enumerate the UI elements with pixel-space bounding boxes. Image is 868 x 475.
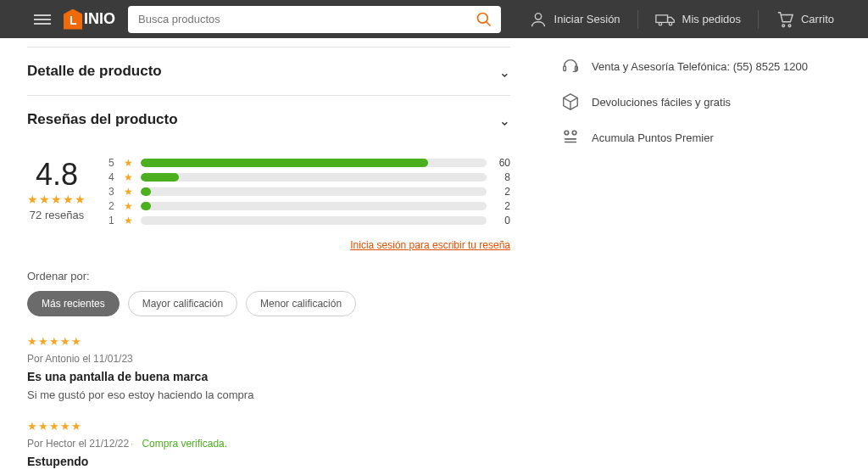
left-column: Detalle de producto ⌃ Reseñas del produc… (27, 47, 510, 475)
search-wrap (128, 6, 501, 33)
login-to-review-link[interactable]: Inicia sesión para escribir tu reseña (350, 239, 510, 251)
sort-options: Más recientesMayor calificaciónMenor cal… (27, 291, 510, 316)
review-summary: 4.8 ★★★★★ 72 reseñas 5★604★83★22★21★0 (27, 143, 510, 234)
review-meta: Por Antonio el 11/01/23 (27, 353, 510, 365)
rating-bar-row: 4★8 (108, 171, 510, 183)
rating-distribution: 5★604★83★22★21★0 (108, 157, 510, 229)
verified-badge: Compra verificada. (142, 438, 227, 450)
average-rating: 4.8 ★★★★★ 72 reseñas (27, 157, 86, 229)
reviews-list: ★★★★★ Por Antonio el 11/01/23 Es una pan… (27, 335, 510, 475)
benefit-text: Venta y Asesoría Telefónica: (55) 8525 1… (592, 60, 808, 73)
rating-bar-row: 2★2 (108, 200, 510, 212)
section-title: Reseñas del producto (27, 111, 178, 128)
svg-point-10 (565, 131, 569, 135)
star-icon: ★ (124, 186, 134, 198)
main-content: Detalle de producto ⌃ Reseñas del produc… (0, 38, 868, 475)
menu-icon[interactable] (34, 14, 51, 25)
headset-icon (561, 57, 580, 75)
chevron-down-icon: ⌃ (499, 112, 510, 128)
bar-count: 0 (493, 215, 510, 226)
review-count: 72 reseñas (27, 209, 86, 221)
cart-icon (776, 10, 794, 29)
bar-count: 60 (493, 157, 510, 169)
benefit-phone: Venta y Asesoría Telefónica: (55) 8525 1… (561, 57, 841, 75)
bar-track (141, 159, 487, 167)
logo-text: INIO (84, 10, 115, 28)
login-link[interactable]: Iniciar Sesión (529, 10, 620, 29)
bar-star-num: 2 (108, 200, 117, 212)
truck-icon (655, 11, 676, 28)
rating-bar-row: 3★2 (108, 186, 510, 198)
review-body: Si me gustó por eso estoy haciendo la co… (27, 388, 510, 401)
sort-pill[interactable]: Más recientes (27, 291, 120, 316)
bar-count: 2 (493, 200, 510, 212)
user-icon (529, 10, 548, 29)
bar-track (141, 173, 487, 182)
rating-bar-row: 1★0 (108, 215, 510, 226)
bar-fill (141, 173, 179, 182)
bar-track (141, 216, 487, 225)
right-column: Venta y Asesoría Telefónica: (55) 8525 1… (561, 47, 841, 475)
review-title: Estupendo (27, 455, 510, 468)
section-title: Detalle de producto (27, 63, 162, 80)
separator (637, 10, 638, 29)
bar-star-num: 1 (108, 215, 117, 226)
benefit-text: Devoluciones fáciles y gratis (592, 96, 731, 109)
search-icon[interactable] (476, 11, 492, 28)
benefit-points: Acumula Puntos Premier (561, 128, 841, 147)
search-input[interactable] (128, 6, 501, 33)
star-icon: ★ (124, 200, 134, 212)
bar-star-num: 3 (108, 186, 117, 198)
svg-rect-8 (564, 66, 566, 71)
svg-point-6 (782, 24, 785, 26)
bar-count: 8 (493, 171, 510, 183)
points-icon (561, 128, 580, 147)
review-item: ★★★★★ Por Antonio el 11/01/23 Es una pan… (27, 335, 510, 401)
svg-point-0 (478, 13, 488, 23)
svg-point-11 (572, 131, 576, 135)
star-icon: ★ (124, 157, 134, 169)
bar-track (141, 187, 487, 196)
review-title: Es una pantalla de buena marca (27, 370, 510, 383)
rating-bar-row: 5★60 (108, 157, 510, 169)
product-detail-toggle[interactable]: Detalle de producto ⌃ (27, 48, 510, 96)
review-meta: Por Hector el 21/12/22·Compra verificada… (27, 438, 510, 450)
review-stars: ★★★★★ (27, 335, 510, 348)
svg-point-4 (659, 22, 661, 25)
svg-rect-3 (655, 14, 667, 22)
benefit-text: Acumula Puntos Premier (592, 131, 714, 144)
site-header: L INIO Iniciar Sesión Mis pedidos Carrit… (0, 0, 868, 38)
star-icon: ★ (124, 171, 134, 183)
bar-star-num: 5 (108, 157, 117, 169)
review-item: ★★★★★ Por Hector el 21/12/22·Compra veri… (27, 420, 510, 475)
sort-pill[interactable]: Menor calificación (246, 291, 356, 316)
orders-link[interactable]: Mis pedidos (655, 11, 741, 28)
review-stars: ★★★★★ (27, 420, 510, 433)
svg-point-7 (788, 24, 791, 26)
svg-point-2 (535, 13, 541, 19)
reviews-toggle[interactable]: Reseñas del producto ⌃ (27, 96, 510, 143)
write-review-prompt: Inicia sesión para escribir tu reseña (27, 239, 510, 251)
header-links: Iniciar Sesión Mis pedidos Carrito (529, 10, 834, 29)
bar-count: 2 (493, 186, 510, 198)
separator (758, 10, 759, 29)
logo[interactable]: L INIO (64, 9, 115, 30)
svg-line-1 (487, 21, 491, 25)
bar-star-num: 4 (108, 171, 117, 183)
chevron-down-icon: ⌃ (499, 64, 510, 80)
bar-fill (141, 159, 428, 167)
bar-track (141, 202, 487, 210)
sort-label: Ordenar por: (27, 270, 510, 282)
cart-link[interactable]: Carrito (776, 10, 834, 29)
benefit-returns: Devoluciones fáciles y gratis (561, 92, 841, 111)
star-icon: ★ (124, 215, 134, 226)
box-icon (561, 92, 580, 111)
avg-score: 4.8 (27, 157, 86, 193)
sort-pill[interactable]: Mayor calificación (128, 291, 237, 316)
bar-fill (141, 202, 151, 210)
bar-fill (141, 187, 151, 196)
svg-point-5 (669, 22, 671, 25)
avg-stars: ★★★★★ (27, 193, 86, 206)
